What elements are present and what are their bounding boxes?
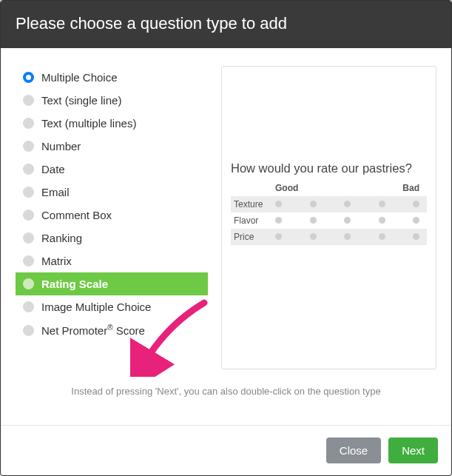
radio-icon (23, 118, 34, 129)
preview-scale-right: Bad (402, 183, 419, 193)
type-option-text-single[interactable]: Text (single line) (16, 89, 208, 112)
radio-icon (23, 187, 34, 198)
preview-rating-row: Price (231, 229, 427, 245)
preview-rating-row: Flavor (231, 212, 427, 229)
type-option-label: Number (41, 140, 81, 152)
radio-icon (23, 301, 34, 312)
preview-panel: How would you rate our pastries? Good Ba… (221, 66, 436, 369)
radio-icon (23, 95, 34, 106)
type-option-label: Text (multiple lines) (41, 117, 136, 130)
type-option-label: Image Multiple Choice (41, 301, 151, 313)
rating-dot (344, 217, 351, 224)
preview-row-dots (271, 201, 424, 207)
modal-footer: Close Next (1, 425, 451, 475)
rating-dot (310, 217, 317, 224)
radio-icon (23, 278, 34, 289)
preview-question: How would you rate our pastries? (231, 161, 427, 175)
type-option-label: Ranking (41, 232, 82, 244)
type-option-label: Matrix (41, 255, 72, 267)
type-option-image-mc[interactable]: Image Multiple Choice (16, 295, 208, 318)
preview-row-dots (271, 217, 424, 224)
type-option-number[interactable]: Number (16, 135, 208, 158)
preview-row-label: Texture (234, 199, 271, 209)
rating-dot (413, 217, 419, 224)
type-option-text-multi[interactable]: Text (multiple lines) (16, 112, 208, 135)
type-option-matrix[interactable]: Matrix (16, 249, 208, 272)
rating-dot (413, 201, 419, 207)
type-option-label: Date (41, 163, 65, 175)
rating-dot (344, 201, 351, 207)
type-option-email[interactable]: Email (16, 181, 208, 204)
rating-dot (344, 233, 351, 240)
question-type-modal: Please choose a question type to add Mul… (0, 0, 452, 476)
next-button[interactable]: Next (388, 438, 438, 463)
rating-dot (379, 201, 385, 207)
preview-rating-row: Texture (231, 196, 427, 212)
type-option-label: Multiple Choice (41, 71, 118, 84)
type-option-ranking[interactable]: Ranking (16, 227, 208, 249)
rating-dot (413, 233, 419, 240)
preview-scale-left: Good (275, 183, 298, 193)
preview-row-label: Price (234, 232, 271, 242)
rating-dot (275, 217, 282, 224)
rating-dot (310, 233, 317, 240)
modal-body: Multiple ChoiceText (single line)Text (m… (1, 51, 451, 425)
type-option-label: Rating Scale (41, 278, 108, 290)
type-option-label: Comment Box (41, 209, 112, 221)
preview-row-dots (271, 233, 424, 240)
question-type-list: Multiple ChoiceText (single line)Text (m… (16, 66, 208, 369)
type-option-nps[interactable]: Net Promoter® Score (16, 318, 208, 342)
rating-dot (379, 217, 385, 224)
radio-icon (23, 255, 34, 267)
close-button[interactable]: Close (326, 438, 381, 463)
radio-icon (23, 164, 34, 175)
preview-row-label: Flavor (234, 215, 271, 226)
type-option-label: Text (single line) (41, 94, 121, 107)
radio-icon (23, 141, 34, 152)
radio-icon (23, 325, 34, 336)
preview-scale-header: Good Bad (231, 183, 427, 196)
radio-icon (23, 232, 34, 244)
hint-text: Instead of pressing 'Next', you can also… (16, 386, 436, 397)
rating-dot (379, 233, 385, 240)
type-option-date[interactable]: Date (16, 158, 208, 181)
rating-dot (310, 201, 317, 207)
type-option-multiple-choice[interactable]: Multiple Choice (16, 66, 208, 89)
type-option-rating-scale[interactable]: Rating Scale (16, 272, 208, 295)
rating-dot (275, 201, 282, 207)
type-option-label: Email (41, 186, 70, 198)
rating-dot (275, 233, 282, 240)
type-option-label: Net Promoter® Score (41, 324, 145, 337)
modal-title: Please choose a question type to add (1, 1, 451, 51)
radio-icon (23, 209, 34, 221)
type-option-comment-box[interactable]: Comment Box (16, 204, 208, 227)
radio-icon (23, 72, 34, 83)
